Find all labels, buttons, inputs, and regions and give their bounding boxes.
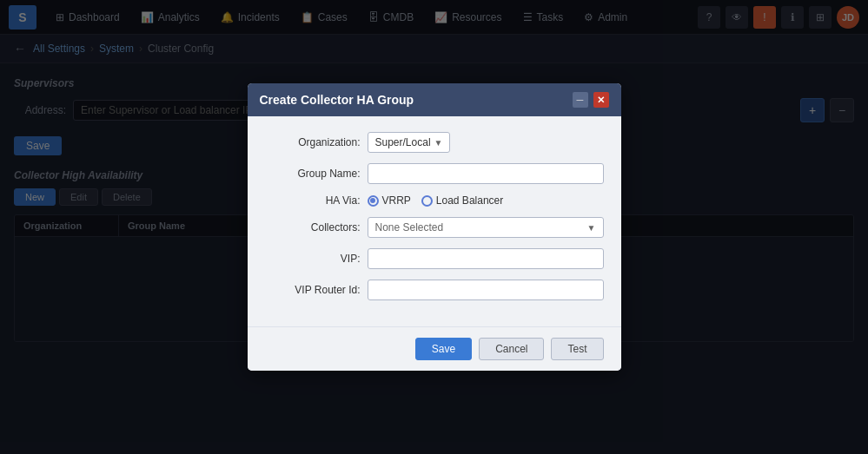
organization-label: Organization: xyxy=(265,136,361,148)
collectors-value: None Selected xyxy=(375,221,444,234)
organization-row: Organization: Super/Local ▼ xyxy=(265,132,604,153)
organization-select[interactable]: Super/Local ▼ xyxy=(368,132,451,153)
radio-vrrp-dot xyxy=(368,195,379,207)
ha-via-vrrp-option[interactable]: VRRP xyxy=(368,194,411,207)
modal-overlay: Create Collector HA Group ─ ✕ Organizati… xyxy=(0,0,868,454)
modal-save-button[interactable]: Save xyxy=(415,338,472,360)
modal-titlebar: Create Collector HA Group ─ ✕ xyxy=(248,83,621,116)
modal-title: Create Collector HA Group xyxy=(260,93,414,107)
create-ha-group-modal: Create Collector HA Group ─ ✕ Organizati… xyxy=(248,83,621,371)
modal-cancel-button[interactable]: Cancel xyxy=(479,338,544,360)
collectors-row: Collectors: None Selected ▼ xyxy=(265,217,604,238)
ha-via-row: HA Via: VRRP Load Balancer xyxy=(265,194,604,207)
modal-footer: Save Cancel Test xyxy=(248,326,621,371)
ha-via-radio-group: VRRP Load Balancer xyxy=(368,194,604,207)
vip-label: VIP: xyxy=(265,253,361,265)
vip-router-id-input[interactable] xyxy=(368,280,604,300)
vip-input[interactable] xyxy=(368,248,604,269)
vip-row: VIP: xyxy=(265,248,604,269)
organization-value: Super/Local xyxy=(375,136,431,148)
modal-test-button[interactable]: Test xyxy=(551,338,603,360)
radio-lb-dot xyxy=(421,195,433,207)
dropdown-arrow-icon: ▼ xyxy=(434,138,443,148)
vip-router-id-row: VIP Router Id: xyxy=(265,280,604,300)
group-name-row: Group Name: xyxy=(265,163,604,184)
minimize-icon[interactable]: ─ xyxy=(573,92,588,108)
collectors-select[interactable]: None Selected ▼ xyxy=(368,217,604,238)
collectors-label: Collectors: xyxy=(265,221,361,234)
modal-titlebar-icons: ─ ✕ xyxy=(573,92,609,108)
ha-via-label: HA Via: xyxy=(265,194,361,207)
collectors-dropdown-icon: ▼ xyxy=(587,223,596,233)
vrrp-label: VRRP xyxy=(382,194,411,207)
group-name-label: Group Name: xyxy=(265,168,361,180)
close-icon[interactable]: ✕ xyxy=(593,92,609,108)
modal-body: Organization: Super/Local ▼ Group Name: … xyxy=(248,116,621,326)
lb-label: Load Balancer xyxy=(436,194,503,207)
group-name-input[interactable] xyxy=(368,163,604,184)
vip-router-id-label: VIP Router Id: xyxy=(265,284,361,296)
ha-via-loadbalancer-option[interactable]: Load Balancer xyxy=(421,194,503,207)
